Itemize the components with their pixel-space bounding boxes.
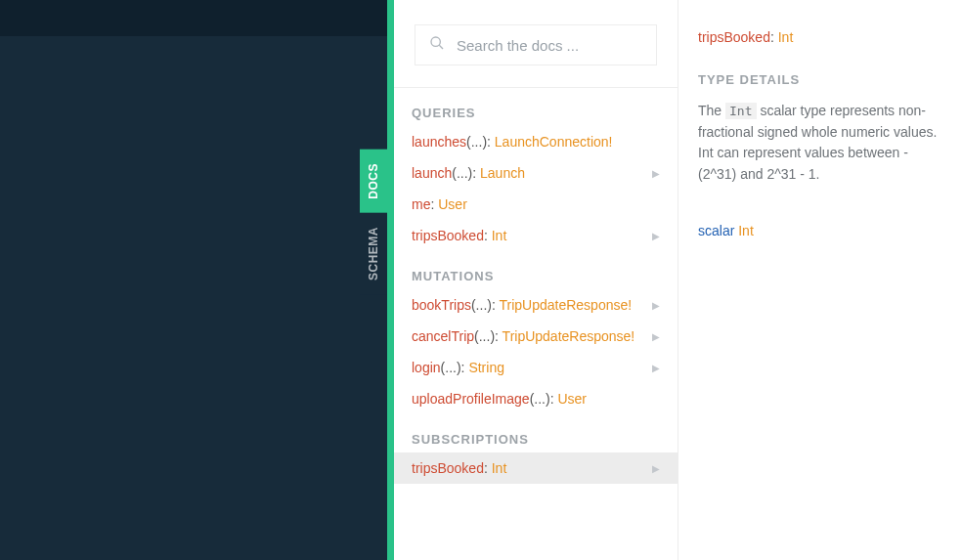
field-sep: : (495, 328, 503, 344)
field-type: LaunchConnection! (495, 134, 613, 150)
search-input[interactable] (457, 37, 642, 54)
divider-strip (387, 0, 394, 560)
side-tabs: DOCS SCHEMA (360, 150, 387, 294)
chevron-right-icon: ▶ (652, 300, 660, 311)
field-args: (...) (530, 391, 550, 407)
docs-panel: QUERIES launches(...): LaunchConnection!… (394, 0, 678, 560)
mutation-item-canceltrip[interactable]: cancelTrip(...): TripUpdateResponse! ▶ (394, 321, 678, 352)
field-type: Int (492, 228, 507, 243)
query-item-launches[interactable]: launches(...): LaunchConnection! (394, 126, 678, 157)
mutation-item-login[interactable]: login(...): String ▶ (394, 352, 678, 383)
list-item-text: bookTrips(...): TripUpdateResponse! (412, 297, 632, 313)
field-name: uploadProfileImage (412, 391, 530, 407)
field-sep: : (484, 228, 492, 243)
query-item-me[interactable]: me: User (394, 189, 678, 220)
field-name: login (412, 360, 441, 375)
field-sep: : (472, 165, 480, 181)
desc-code: Int (725, 103, 756, 119)
field-args: (...) (474, 328, 495, 344)
query-item-tripsbooked[interactable]: tripsBooked: Int ▶ (394, 220, 678, 251)
search-container (394, 0, 678, 88)
query-item-launch[interactable]: launch(...): Launch ▶ (394, 157, 678, 189)
field-args: (...) (471, 297, 492, 313)
mutation-item-uploadprofileimage[interactable]: uploadProfileImage(...): User (394, 383, 678, 414)
field-name: launch (412, 165, 452, 181)
search-box[interactable] (415, 24, 657, 65)
chevron-right-icon: ▶ (652, 363, 660, 373)
chevron-right-icon: ▶ (652, 231, 660, 241)
field-name: me (412, 196, 430, 212)
mutation-item-booktrips[interactable]: bookTrips(...): TripUpdateResponse! ▶ (394, 289, 678, 321)
list-item-text: tripsBooked: Int (412, 228, 506, 243)
scalar-type-name: Int (738, 223, 754, 238)
detail-field-type: Int (778, 29, 794, 45)
field-name: launches (412, 134, 466, 150)
field-name: cancelTrip (412, 328, 474, 344)
field-name: tripsBooked (412, 228, 484, 243)
type-description: The Int scalar type represents non-fract… (698, 101, 942, 186)
editor-top-bar (0, 0, 387, 36)
field-type: String (468, 360, 504, 375)
list-item-text: uploadProfileImage(...): User (412, 391, 587, 407)
desc-prefix: The (698, 103, 725, 118)
chevron-right-icon: ▶ (652, 168, 660, 179)
chevron-right-icon: ▶ (652, 463, 660, 474)
search-icon (429, 35, 445, 55)
scalar-keyword: scalar (698, 223, 738, 238)
list-item-text: me: User (412, 196, 467, 212)
chevron-right-icon: ▶ (652, 331, 660, 342)
section-header-queries: QUERIES (394, 88, 678, 126)
field-type: Int (492, 460, 507, 476)
detail-panel: tripsBooked: Int TYPE DETAILS The Int sc… (678, 0, 962, 560)
field-type: User (557, 391, 587, 407)
detail-field-name: tripsBooked (698, 29, 770, 45)
field-type: User (438, 196, 467, 212)
subscription-item-tripsbooked[interactable]: tripsBooked: Int ▶ (394, 452, 678, 484)
subscriptions-list: tripsBooked: Int ▶ (394, 452, 678, 484)
queries-list: launches(...): LaunchConnection! launch(… (394, 126, 678, 251)
mutations-list: bookTrips(...): TripUpdateResponse! ▶ ca… (394, 289, 678, 414)
type-details-header: TYPE DETAILS (698, 72, 942, 87)
editor-panel: DOCS SCHEMA (0, 0, 387, 560)
section-header-subscriptions: SUBSCRIPTIONS (394, 414, 678, 452)
field-name: bookTrips (412, 297, 471, 313)
field-type: TripUpdateResponse! (503, 328, 635, 344)
detail-title: tripsBooked: Int (698, 29, 942, 45)
svg-point-0 (431, 37, 440, 46)
field-args: (...) (441, 360, 461, 375)
field-sep: : (487, 134, 495, 150)
tab-docs[interactable]: DOCS (360, 150, 387, 213)
field-type: TripUpdateResponse! (499, 297, 632, 313)
list-item-text: launches(...): LaunchConnection! (412, 134, 612, 150)
field-name: tripsBooked (412, 460, 484, 476)
field-type: Launch (480, 165, 525, 181)
field-args: (...) (452, 165, 472, 181)
list-item-text: login(...): String (412, 360, 504, 375)
field-sep: : (484, 460, 492, 476)
section-header-mutations: MUTATIONS (394, 251, 678, 289)
list-item-text: tripsBooked: Int (412, 460, 506, 476)
tab-schema[interactable]: SCHEMA (360, 213, 387, 294)
detail-field-sep: : (770, 29, 778, 45)
list-item-text: cancelTrip(...): TripUpdateResponse! (412, 328, 634, 344)
svg-line-1 (439, 45, 443, 49)
list-item-text: launch(...): Launch (412, 165, 525, 181)
field-args: (...) (466, 134, 487, 150)
scalar-definition: scalar Int (698, 223, 942, 238)
